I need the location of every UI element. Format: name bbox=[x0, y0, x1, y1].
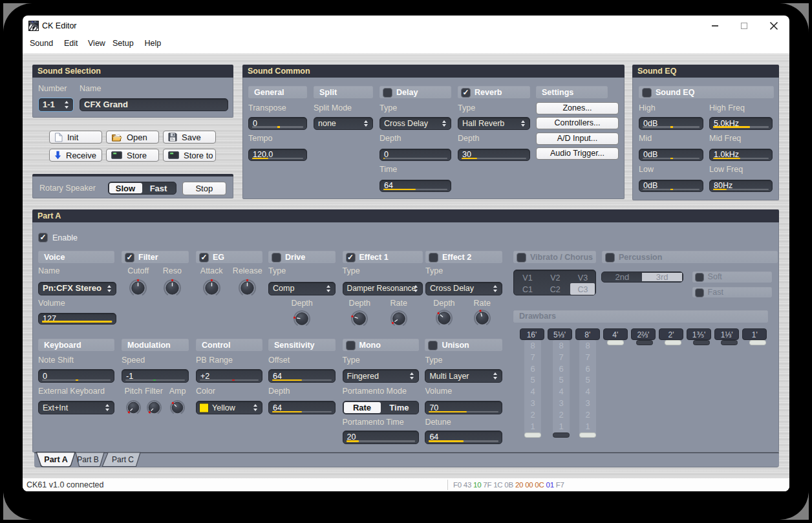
svg-text:Part A: Part A bbox=[44, 455, 67, 464]
svg-text:Part B: Part B bbox=[77, 455, 98, 464]
svg-text:Part C: Part C bbox=[112, 455, 134, 464]
